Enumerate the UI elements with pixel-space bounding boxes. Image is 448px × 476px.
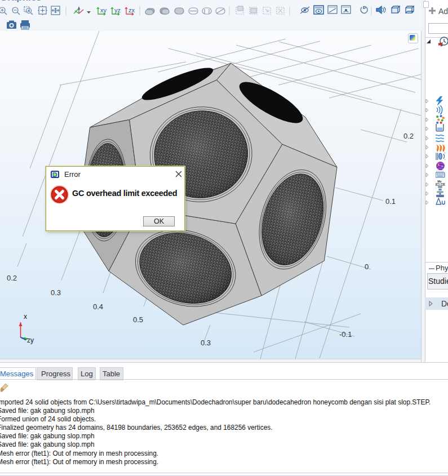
svg-text:x: x: [24, 313, 27, 321]
svg-text:Mv: Mv: [437, 180, 441, 183]
svg-text:P: P: [436, 183, 437, 186]
svg-text:zx: zx: [128, 7, 135, 14]
svg-text:yz: yz: [114, 7, 121, 14]
svg-text:zy: zy: [27, 336, 34, 344]
svg-text:xy: xy: [100, 7, 107, 14]
svg-text:P: P: [443, 183, 445, 186]
